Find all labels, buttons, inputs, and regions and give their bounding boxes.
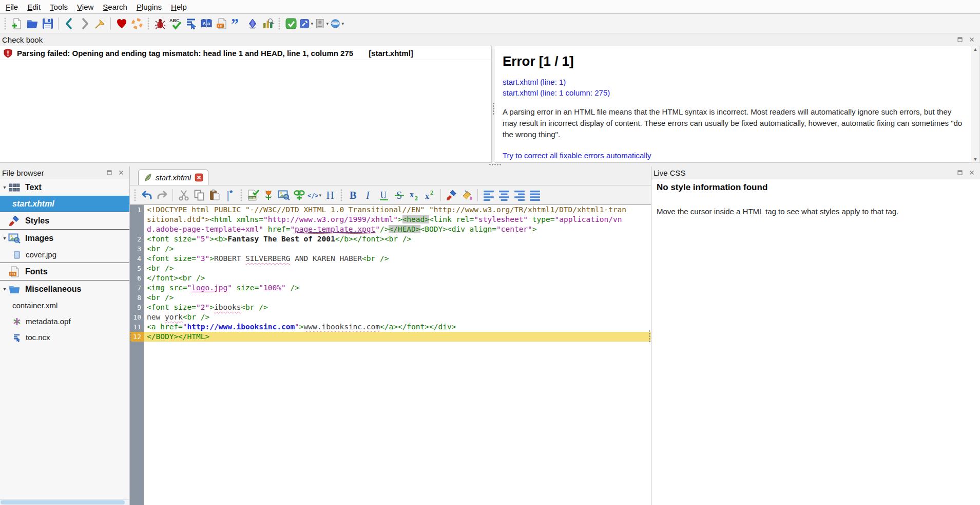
align-justify-button[interactable] bbox=[528, 188, 542, 202]
align-center-button[interactable] bbox=[497, 188, 511, 202]
menu-view[interactable]: View bbox=[72, 2, 98, 12]
cut-button[interactable] bbox=[177, 188, 190, 202]
code-text[interactable]: <br /> bbox=[144, 264, 651, 273]
code-line-6[interactable]: 6</font><br /> bbox=[130, 273, 651, 283]
align-right-button[interactable] bbox=[512, 188, 526, 202]
close-panel-button[interactable] bbox=[968, 169, 976, 177]
code-line-9[interactable]: 9<font size="2">ibooks<br /> bbox=[130, 303, 651, 312]
tree-item-toc-ncx[interactable]: toc.ncx bbox=[0, 329, 129, 345]
code-line-10[interactable]: 10new york<br /> bbox=[130, 312, 651, 322]
heading-button[interactable]: H bbox=[323, 188, 337, 202]
menu-help[interactable]: Help bbox=[166, 2, 191, 12]
float-panel-button[interactable] bbox=[105, 169, 113, 177]
expand-arrow-icon[interactable]: ▾ bbox=[1, 235, 8, 241]
scroll-up-arrow[interactable]: ▲ bbox=[973, 47, 978, 52]
tree-item-text[interactable]: ▾Text bbox=[0, 179, 129, 196]
code-area[interactable]: 1<!DOCTYPE html PUBLIC "-//W3C//DTD XHTM… bbox=[130, 205, 651, 342]
menu-file[interactable]: File bbox=[1, 2, 23, 12]
code-line-2[interactable]: 2<font size="5"><b>Fantasy The Best of 2… bbox=[130, 234, 651, 244]
code-text[interactable]: <img src="logo.jpg" size="100%" /> bbox=[144, 283, 651, 293]
italic-button[interactable]: I bbox=[361, 188, 375, 202]
validation-results-list[interactable]: Parsing failed: Opening and ending tag m… bbox=[0, 46, 492, 163]
tree-item-cover-jpg[interactable]: cover.jpg bbox=[0, 247, 129, 263]
float-panel-button[interactable] bbox=[956, 169, 964, 177]
code-text[interactable]: <br /> bbox=[144, 293, 651, 303]
back-button[interactable] bbox=[62, 16, 76, 30]
code-text[interactable]: </font><br /> bbox=[144, 273, 651, 283]
dropdown-arrow-icon[interactable]: ▾ bbox=[319, 193, 321, 198]
code-text[interactable]: <font size="5"><b>Fantasy The Best of 20… bbox=[144, 234, 651, 244]
code-line-5[interactable]: 5<br /> bbox=[130, 264, 651, 273]
save-button[interactable] bbox=[41, 16, 54, 30]
toolbar-grip[interactable] bbox=[278, 17, 281, 30]
float-panel-button[interactable] bbox=[956, 36, 964, 44]
dropdown-arrow-icon[interactable]: ▾ bbox=[341, 21, 344, 26]
code-text[interactable]: <!DOCTYPE html PUBLIC "-//W3C//DTD XHTML… bbox=[144, 205, 651, 234]
paste-button[interactable] bbox=[207, 188, 221, 202]
tree-item-miscellaneous[interactable]: ▾Miscellaneous bbox=[0, 280, 129, 297]
livecss-splitter-grip[interactable] bbox=[648, 330, 651, 343]
underline-button[interactable]: U bbox=[377, 188, 391, 202]
file-browser-hscrollbar[interactable] bbox=[0, 499, 129, 505]
code-text[interactable]: <font size="2">ibooks<br /> bbox=[144, 303, 651, 312]
insert-marker-button[interactable]: |* bbox=[223, 188, 237, 202]
scroll-down-arrow[interactable]: ▼ bbox=[973, 157, 978, 162]
undo-button[interactable] bbox=[140, 188, 153, 202]
mend-code-button[interactable]: HTML bbox=[246, 188, 260, 202]
align-left-button[interactable] bbox=[482, 188, 495, 202]
manage-fonts-button[interactable]: TTF bbox=[215, 16, 228, 30]
tree-item-images[interactable]: ▾Images bbox=[0, 230, 129, 247]
code-text[interactable]: <br /> bbox=[144, 244, 651, 254]
plugin-photo-button[interactable]: ▾ bbox=[315, 16, 329, 30]
tree-item-container-xml[interactable]: container.xml bbox=[0, 297, 129, 313]
toolbar-grip[interactable] bbox=[133, 189, 137, 201]
tree-item-start-xhtml[interactable]: start.xhtml bbox=[0, 196, 129, 212]
code-line-3[interactable]: 3<br /> bbox=[130, 244, 651, 254]
close-panel-button[interactable] bbox=[117, 169, 125, 177]
expand-arrow-icon[interactable]: ▾ bbox=[1, 184, 8, 190]
bookmark-button[interactable] bbox=[93, 16, 107, 30]
strikethrough-button[interactable]: S bbox=[392, 188, 406, 202]
tree-item-styles[interactable]: Styles bbox=[0, 212, 129, 229]
donate-button[interactable] bbox=[114, 16, 128, 30]
code-text[interactable]: <font size="3">ROBERT SILVERBERG AND KAR… bbox=[144, 254, 651, 264]
autofix-link[interactable]: Try to correct all fixable errors automa… bbox=[503, 151, 964, 160]
tree-item-fonts[interactable]: TTFFonts bbox=[0, 263, 129, 280]
tree-item-metadata-opf[interactable]: metadata.opf bbox=[0, 313, 129, 329]
code-text[interactable]: <a href="http://www.ibooksinc.com">www.i… bbox=[144, 322, 651, 332]
spellcheck-button[interactable]: ABC bbox=[168, 16, 182, 30]
toolbar-grip[interactable] bbox=[4, 17, 7, 30]
well-formed-check-button[interactable] bbox=[153, 16, 167, 30]
code-line-4[interactable]: 4<font size="3">ROBERT SILVERBERG AND KA… bbox=[130, 254, 651, 264]
menu-edit[interactable]: Edit bbox=[23, 2, 45, 12]
plugin-wrench-button[interactable]: ▾ bbox=[299, 16, 313, 30]
user-guide-button[interactable] bbox=[130, 16, 144, 30]
splitter-grip[interactable] bbox=[489, 163, 502, 166]
scrollbar-thumb[interactable] bbox=[1, 500, 125, 504]
menu-plugins[interactable]: Plugins bbox=[132, 2, 166, 12]
dropdown-arrow-icon[interactable]: ▾ bbox=[311, 21, 313, 26]
code-line-11[interactable]: 11<a href="http://www.ibooksinc.com">www… bbox=[130, 322, 651, 332]
forward-button[interactable] bbox=[78, 16, 91, 30]
mend-all-button[interactable] bbox=[184, 16, 198, 30]
toolbar-grip[interactable] bbox=[240, 189, 243, 201]
menu-search[interactable]: Search bbox=[98, 2, 132, 12]
details-scrollbar[interactable]: ▲ ▼ bbox=[971, 46, 980, 163]
code-line-8[interactable]: 8<br /> bbox=[130, 293, 651, 303]
expand-arrow-icon[interactable]: ▾ bbox=[1, 286, 8, 292]
filebrowser-splitter-grip[interactable] bbox=[129, 330, 132, 343]
close-panel-button[interactable] bbox=[968, 36, 976, 44]
code-element-button[interactable]: </>▾ bbox=[308, 188, 321, 202]
special-characters-button[interactable] bbox=[245, 16, 259, 30]
error-location-link-2[interactable]: start.xhtml (line: 1 column: 275) bbox=[503, 87, 964, 98]
subscript-button[interactable]: x2 bbox=[408, 188, 421, 202]
splitter-grip[interactable] bbox=[492, 102, 495, 115]
menu-tools[interactable]: Tools bbox=[45, 2, 72, 12]
insert-image-button[interactable] bbox=[277, 188, 291, 202]
toolbar-grip[interactable] bbox=[147, 17, 150, 30]
code-text[interactable]: new york<br /> bbox=[144, 312, 651, 322]
open-file-button[interactable] bbox=[25, 16, 39, 30]
error-location-link-1[interactable]: start.xhtml (line: 1) bbox=[503, 77, 964, 87]
plugin-browser-button[interactable]: ▾ bbox=[330, 16, 344, 30]
code-text[interactable]: </BODY></HTML> bbox=[144, 332, 651, 342]
